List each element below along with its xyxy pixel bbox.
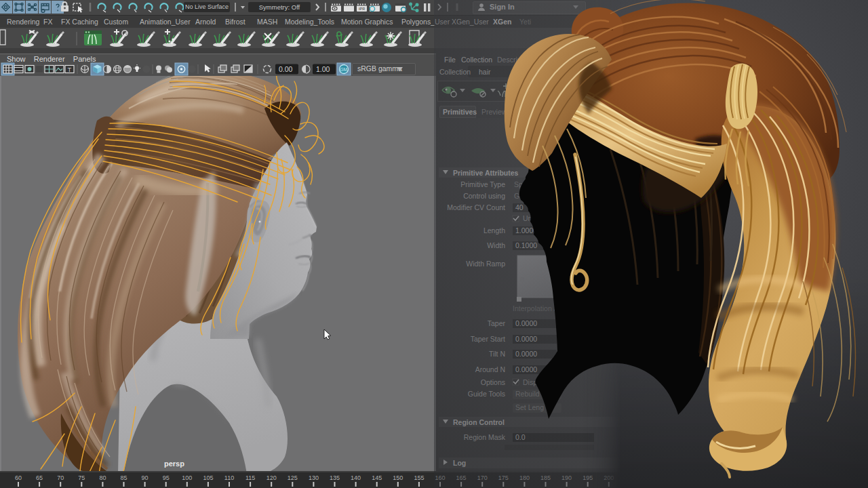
svg-text:115: 115 [245, 474, 255, 481]
svg-text:GM: GM [340, 67, 347, 72]
svg-text:80: 80 [99, 474, 106, 481]
svg-text:150: 150 [393, 474, 403, 481]
svg-text:T: T [68, 66, 72, 73]
svg-text:125: 125 [288, 474, 298, 481]
svg-text:135: 135 [330, 474, 340, 481]
svg-text:65: 65 [36, 474, 43, 481]
svg-text:100: 100 [182, 474, 192, 481]
svg-text:70: 70 [57, 474, 64, 481]
svg-text:110: 110 [224, 474, 234, 481]
svg-text:85: 85 [120, 474, 127, 481]
svg-text:95: 95 [163, 474, 170, 481]
svg-text:IPR: IPR [359, 7, 365, 11]
svg-text:90: 90 [142, 474, 149, 481]
svg-text:0.00: 0.00 [279, 65, 293, 73]
svg-text:1.00: 1.00 [316, 65, 330, 73]
svg-text:120: 120 [267, 474, 277, 481]
svg-text:105: 105 [203, 474, 213, 481]
svg-text:145: 145 [372, 474, 382, 481]
svg-text:155: 155 [414, 474, 424, 481]
svg-text:75: 75 [78, 474, 85, 481]
svg-text:60: 60 [15, 474, 22, 481]
svg-text:130: 130 [309, 474, 319, 481]
svg-text:140: 140 [351, 474, 361, 481]
svg-text:persp: persp [164, 460, 184, 468]
